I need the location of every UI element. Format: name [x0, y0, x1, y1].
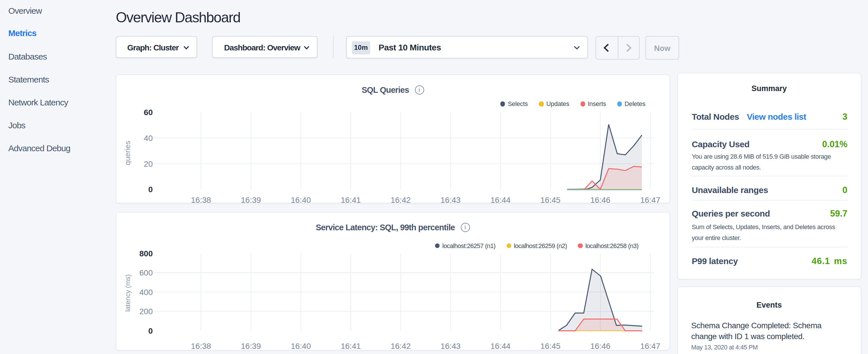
svg-text:16:41: 16:41 [340, 342, 361, 350]
svg-text:16:38: 16:38 [191, 195, 211, 202]
svg-text:16:42: 16:42 [390, 195, 410, 202]
svg-text:16:40: 16:40 [290, 195, 311, 202]
svg-text:800: 800 [139, 249, 152, 258]
svg-text:0: 0 [148, 185, 152, 194]
svg-text:queries: queries [123, 140, 131, 165]
svg-text:400: 400 [139, 288, 152, 296]
svg-text:16:43: 16:43 [440, 342, 460, 350]
svg-text:16:44: 16:44 [490, 195, 510, 202]
svg-text:16:45: 16:45 [540, 342, 560, 350]
svg-text:latency (ms): latency (ms) [124, 274, 131, 312]
svg-text:16:45: 16:45 [540, 195, 560, 202]
svg-text:600: 600 [139, 268, 152, 277]
svg-text:16:38: 16:38 [191, 342, 211, 350]
svg-text:16:46: 16:46 [590, 342, 610, 350]
svg-text:16:47: 16:47 [640, 342, 660, 350]
svg-text:16:44: 16:44 [490, 342, 510, 350]
svg-text:16:39: 16:39 [241, 195, 261, 202]
svg-text:16:47: 16:47 [640, 195, 660, 202]
svg-text:16:43: 16:43 [440, 195, 460, 202]
svg-text:16:41: 16:41 [340, 195, 361, 202]
svg-text:40: 40 [144, 133, 152, 142]
svg-text:200: 200 [139, 307, 152, 316]
svg-text:16:42: 16:42 [390, 342, 410, 350]
svg-text:60: 60 [144, 108, 152, 117]
svg-text:16:46: 16:46 [590, 195, 610, 202]
svg-text:16:40: 16:40 [290, 342, 311, 350]
svg-text:20: 20 [144, 159, 152, 168]
svg-text:16:39: 16:39 [241, 342, 261, 350]
svg-text:0: 0 [148, 326, 152, 335]
